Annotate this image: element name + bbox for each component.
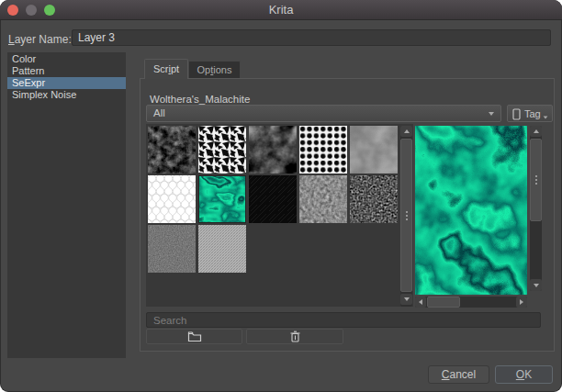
grid-scroll-up-button[interactable] — [400, 126, 412, 137]
pattern-thumb-black-maze[interactable] — [249, 175, 297, 223]
bookmark-icon — [512, 108, 521, 120]
grid-scroll-down-button[interactable] — [400, 294, 412, 305]
krita-dialog: Krita Layer Name: ColorPatternSeExprSimp… — [0, 0, 562, 392]
pattern-thumb-fine-noise[interactable] — [148, 225, 196, 273]
generator-item-color[interactable]: Color — [7, 53, 126, 65]
ok-button[interactable]: OK — [495, 365, 553, 384]
chevron-down-icon — [489, 112, 494, 116]
pattern-preview[interactable] — [415, 126, 527, 295]
grid-scrollbar-handle[interactable] — [400, 139, 412, 292]
generator-item-simplex-noise[interactable]: Simplex Noise — [7, 89, 126, 101]
tag-filter-value: All — [153, 107, 165, 118]
up-arrow-icon — [534, 129, 539, 133]
search-input[interactable] — [146, 312, 541, 328]
tag-button-label: Tag — [524, 106, 541, 122]
pattern-thumb-malachite[interactable] — [198, 175, 246, 223]
preview-scroll-left-button[interactable] — [415, 297, 426, 308]
right-arrow-icon — [520, 299, 523, 305]
pattern-thumb-gray-marble[interactable] — [249, 126, 297, 174]
delete-resource-button[interactable] — [246, 329, 343, 344]
trash-icon — [290, 330, 300, 342]
down-arrow-icon — [534, 284, 539, 287]
layer-name-input[interactable] — [72, 29, 551, 46]
generator-item-pattern[interactable]: Pattern — [7, 65, 126, 77]
generator-list[interactable]: ColorPatternSeExprSimplex Noise — [7, 52, 126, 358]
import-resource-button[interactable] — [146, 329, 242, 344]
preview-scroll-down-button[interactable] — [530, 279, 542, 291]
selected-pattern-name: Wolthera's_Malachite — [150, 94, 250, 105]
pattern-thumb-gray-clouds[interactable] — [350, 126, 398, 174]
pattern-grid — [146, 124, 413, 307]
titlebar[interactable]: Krita — [0, 0, 562, 20]
pattern-thumb-light-weave[interactable] — [198, 225, 246, 273]
tab-options[interactable]: Options — [188, 61, 241, 79]
window-title: Krita — [0, 0, 562, 20]
cancel-button[interactable]: Cancel — [428, 365, 489, 384]
grip-dots-icon — [535, 179, 537, 181]
pattern-thumb-bw-triangles[interactable] — [198, 126, 246, 174]
pattern-thumb-dark-grain[interactable] — [148, 126, 196, 174]
preview-scroll-up-button[interactable] — [530, 126, 542, 137]
pattern-thumb-rough-gray[interactable] — [299, 175, 347, 223]
pattern-thumbnails — [148, 126, 399, 273]
pattern-thumb-speckle[interactable] — [350, 175, 398, 223]
preview-scroll-right-button[interactable] — [516, 297, 527, 308]
tab-script[interactable]: Script — [144, 59, 188, 79]
preview-hscrollbar-handle[interactable] — [427, 297, 460, 308]
tag-chevron-down-icon — [544, 116, 548, 118]
script-tab-panel: Wolthera's_Malachite All Tag — [140, 78, 555, 352]
left-arrow-icon — [419, 299, 422, 305]
generator-item-seexpr[interactable]: SeExpr — [7, 77, 126, 89]
tag-button[interactable]: Tag — [507, 105, 553, 122]
up-arrow-icon — [404, 129, 410, 133]
preview-vscrollbar-handle[interactable] — [530, 139, 542, 221]
layer-name-label: Layer Name: — [8, 33, 72, 46]
pattern-thumb-white-rings[interactable] — [148, 175, 196, 223]
grip-dots-icon — [406, 215, 408, 217]
down-arrow-icon — [404, 297, 410, 301]
pattern-thumb-halftone-dots[interactable] — [299, 126, 347, 174]
folder-icon — [187, 330, 202, 342]
tag-filter-combobox[interactable]: All — [146, 105, 501, 122]
